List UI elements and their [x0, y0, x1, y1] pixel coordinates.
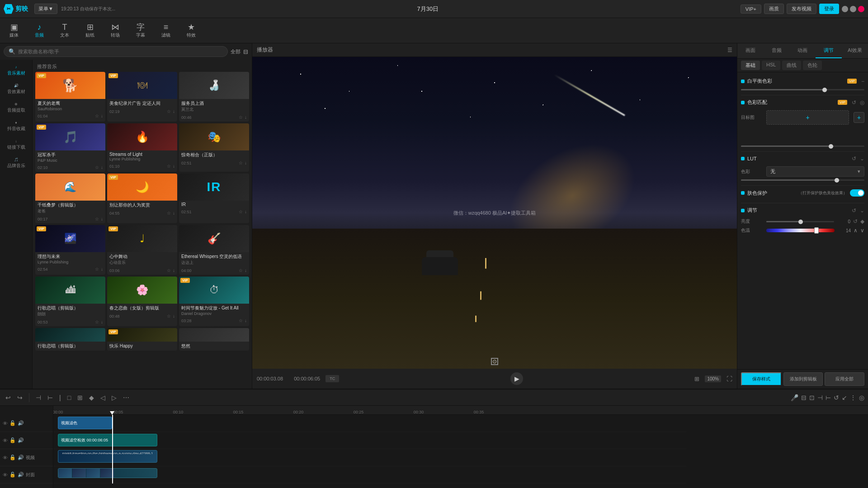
- fit-to-screen-icon[interactable]: ⊞: [694, 375, 699, 382]
- fullscreen-icon[interactable]: ⛶: [726, 375, 732, 382]
- tool-media[interactable]: ▣ 媒体: [2, 20, 26, 42]
- delete-button[interactable]: □: [66, 393, 73, 402]
- undo-button[interactable]: ↩: [4, 393, 13, 402]
- microphone-icon[interactable]: 🎤: [791, 394, 798, 401]
- add-to-clipboard-button[interactable]: 添加到剪辑板: [783, 372, 823, 386]
- value-down-icon[interactable]: ∨: [860, 227, 864, 234]
- expand-icon[interactable]: ⌄: [860, 207, 864, 214]
- tl-ctrl6[interactable]: ↙: [842, 394, 847, 401]
- prev-keyframe-button[interactable]: ◁: [99, 393, 107, 402]
- nav-sound-effects[interactable]: 🔊 音效素材: [0, 80, 32, 99]
- slider-thumb[interactable]: [798, 220, 803, 224]
- download-button[interactable]: ↓: [173, 314, 175, 319]
- apply-all-button[interactable]: 应用全部: [825, 372, 864, 386]
- lock-icon3[interactable]: 🔓: [9, 455, 16, 460]
- publish-button[interactable]: 发布视频: [787, 4, 816, 14]
- brightness-keyframe[interactable]: ◆: [860, 218, 864, 225]
- eye-icon2[interactable]: 👁: [3, 438, 8, 443]
- list-item[interactable]: 🌸 春之恋曲（女版）剪辑版 00:48 ☆ ↓: [107, 277, 177, 326]
- download-button[interactable]: ↓: [173, 268, 175, 273]
- tl-ctrl8[interactable]: ◎: [859, 394, 864, 401]
- favorite-button[interactable]: ☆: [167, 314, 171, 319]
- list-item[interactable]: 行歌恋唱（剪辑版）: [35, 328, 105, 351]
- lock-icon2[interactable]: 🔓: [9, 437, 16, 443]
- favorite-button[interactable]: ☆: [95, 319, 99, 324]
- lock-icon[interactable]: 🔓: [9, 420, 16, 426]
- subtab-curve[interactable]: 曲线: [782, 61, 801, 70]
- tool-caption[interactable]: 字 字幕: [128, 20, 153, 42]
- download-button[interactable]: ↓: [173, 164, 175, 169]
- list-item[interactable]: VIP ♩ 心中舞动 心动音乐 03:06 ☆ ↓: [107, 225, 177, 275]
- download-button[interactable]: ↓: [101, 267, 103, 272]
- video-indicator[interactable]: ⊙: [491, 358, 498, 365]
- tab-screen[interactable]: 画面: [737, 43, 764, 58]
- tool-effects[interactable]: ★ 特效: [179, 20, 203, 42]
- minimize-button[interactable]: [842, 6, 848, 12]
- subtab-basic[interactable]: 基础: [741, 61, 760, 70]
- list-item[interactable]: VIP 🍽 美食纪录片广告 定还人间 02:19 ☆ ↓: [107, 72, 177, 122]
- play-button[interactable]: ▶: [510, 372, 523, 385]
- lock-icon4[interactable]: 🔓: [9, 472, 16, 478]
- speaker-icon3[interactable]: 🔊: [18, 455, 24, 460]
- nav-music-material[interactable]: ♪ 音乐素材: [0, 61, 32, 80]
- tool-filter[interactable]: ≡ 滤镜: [154, 20, 178, 42]
- tl-ctrl7[interactable]: ⋮: [850, 394, 856, 401]
- lut-slider[interactable]: [741, 179, 864, 181]
- maximize-button[interactable]: [850, 6, 856, 12]
- brightness-slider[interactable]: [766, 221, 834, 222]
- redo-button[interactable]: ↪: [15, 393, 24, 402]
- list-item[interactable]: 🏙 行歌恋唱（剪辑版） 朗朗 00:53 ☆ ↓: [35, 277, 105, 326]
- white-balance-slider[interactable]: [741, 89, 864, 90]
- split-end-button[interactable]: ⊢: [46, 393, 55, 402]
- nav-download[interactable]: ↓ 链接下载: [0, 136, 32, 154]
- eye-icon3[interactable]: 👁: [3, 455, 8, 460]
- tl-ctrl4[interactable]: ⊢: [826, 394, 831, 401]
- speaker-icon[interactable]: 🔊: [18, 420, 24, 426]
- options-button[interactable]: ⋯: [121, 393, 131, 402]
- tool-sticker[interactable]: ⊞ 贴纸: [78, 20, 102, 42]
- clip-video-main[interactable]: mixkit-traveling-on-the-highway-on-a-sun…: [58, 450, 157, 463]
- clip-cover[interactable]: [58, 468, 157, 478]
- color-match-slider[interactable]: [741, 145, 864, 147]
- tab-ai-effects[interactable]: AI效果: [842, 43, 868, 58]
- tl-ctrl3[interactable]: ⊣: [817, 394, 823, 401]
- reset-icon[interactable]: ↺: [852, 99, 856, 106]
- download-button[interactable]: ↓: [245, 160, 247, 165]
- download-button[interactable]: ↓: [101, 113, 103, 118]
- filter-icon[interactable]: ⊟: [243, 48, 248, 55]
- favorite-button[interactable]: ☆: [239, 209, 243, 214]
- list-item[interactable]: VIP 🎵 冠军杀手 P&P Music 02:10 ☆ ↓: [35, 123, 105, 172]
- tl-ctrl2[interactable]: ⊡: [809, 394, 815, 401]
- target-image-add[interactable]: +: [766, 110, 849, 125]
- lut-color-select[interactable]: 无 ▾: [766, 166, 864, 177]
- favorite-button[interactable]: ☆: [95, 113, 99, 118]
- search-input[interactable]: [18, 49, 223, 54]
- reset-icon[interactable]: ↺: [852, 155, 856, 162]
- toggle-switch[interactable]: [850, 189, 864, 197]
- download-button[interactable]: ↓: [101, 319, 103, 324]
- tab-audio[interactable]: 音频: [764, 43, 790, 58]
- list-item[interactable]: 🌊 千纸叠梦（剪辑版） 老爸 00:17 ☆ ↓: [35, 174, 105, 223]
- list-item[interactable]: VIP 🌙 别让那你的人为奖赏 04:55 ☆ ↓: [107, 174, 177, 223]
- subtab-color-wheel[interactable]: 色轮: [803, 61, 822, 70]
- nav-brand-music[interactable]: 🎵 品牌音乐: [0, 154, 32, 173]
- copy-button[interactable]: ⊞: [75, 393, 85, 402]
- slider-thumb[interactable]: [829, 144, 833, 149]
- favorite-button[interactable]: ☆: [95, 267, 99, 272]
- next-keyframe-button[interactable]: ▷: [110, 393, 118, 402]
- favorite-button[interactable]: ☆: [239, 318, 243, 323]
- save-style-button[interactable]: 保存样式: [741, 372, 782, 386]
- list-item[interactable]: 🎭 惊奇相合（正版） 02:51 ☆ ↓: [179, 123, 249, 172]
- list-item[interactable]: 🎸 Ethereal Whispers 空灵的低语 达达上 04:00 ☆ ↓: [179, 225, 249, 275]
- list-item[interactable]: VIP 快乐 Happy: [107, 328, 177, 351]
- nav-audio-extract[interactable]: ⊕ 音频提取: [0, 99, 32, 117]
- list-item[interactable]: VIP 🌌 理想与未来 Lynne Publishing 02:54 ☆ ↓: [35, 225, 105, 275]
- list-item[interactable]: IR IR 02:51 ☆ ↓: [179, 174, 249, 223]
- eye-icon4[interactable]: 👁: [3, 472, 8, 478]
- download-button[interactable]: ↓: [245, 209, 247, 214]
- expand-icon[interactable]: ⌄: [860, 155, 864, 162]
- all-button[interactable]: 全部: [231, 48, 241, 55]
- subtab-hsl[interactable]: HSL: [762, 61, 780, 70]
- list-item[interactable]: 🍶 服务员上酒 莫兰北 00:46 ☆ ↓: [179, 72, 249, 122]
- close-button[interactable]: [858, 6, 864, 12]
